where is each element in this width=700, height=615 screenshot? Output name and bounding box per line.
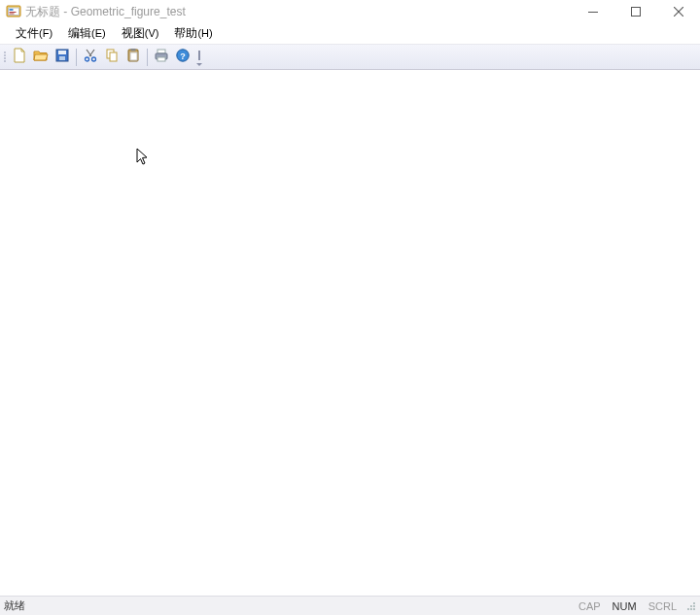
svg-point-27 (693, 608, 695, 610)
menu-file-accel: (F) (39, 27, 52, 39)
svg-rect-3 (10, 12, 17, 13)
svg-point-7 (4, 51, 6, 53)
menu-help[interactable]: 帮助(H) (166, 23, 220, 44)
svg-rect-6 (632, 8, 641, 17)
app-window: 无标题 - Geometric_figure_test 文件(F) 编辑(E) … (0, 0, 700, 615)
svg-rect-2 (10, 9, 14, 11)
maximize-button[interactable] (614, 0, 657, 23)
new-file-button[interactable] (9, 47, 30, 68)
status-num: NUM (607, 600, 643, 612)
menu-help-label: 帮助 (174, 26, 197, 40)
toolbar-separator (76, 49, 77, 66)
toolbar-separator (147, 49, 148, 66)
svg-rect-20 (130, 52, 137, 60)
window-title: 无标题 - Geometric_figure_test (25, 4, 186, 20)
svg-point-15 (92, 57, 96, 61)
print-icon (154, 48, 169, 66)
toolbar: ? (0, 45, 700, 70)
menu-edit[interactable]: 编辑(E) (60, 23, 114, 44)
menubar: 文件(F) 编辑(E) 视图(V) 帮助(H) (0, 23, 700, 45)
svg-rect-4 (10, 14, 15, 15)
menu-edit-label: 编辑 (68, 26, 91, 40)
cut-button[interactable] (80, 47, 101, 68)
status-scrl: SCRL (643, 600, 682, 612)
save-file-button[interactable] (52, 47, 73, 68)
svg-point-10 (4, 60, 6, 62)
titlebar: 无标题 - Geometric_figure_test (0, 0, 700, 23)
resize-grip-icon[interactable] (682, 599, 696, 613)
menu-view[interactable]: 视图(V) (114, 23, 167, 44)
toolbar-grip-icon (2, 48, 8, 67)
svg-rect-19 (131, 49, 136, 51)
open-folder-icon (33, 48, 49, 66)
svg-rect-12 (58, 51, 66, 54)
document-canvas[interactable] (0, 70, 700, 596)
svg-point-30 (693, 605, 695, 607)
svg-rect-17 (110, 52, 117, 61)
print-button[interactable] (151, 47, 172, 68)
svg-text:?: ? (180, 51, 186, 61)
menu-file-label: 文件 (16, 26, 39, 40)
svg-rect-21 (158, 50, 165, 53)
svg-point-28 (690, 608, 692, 610)
statusbar: 就绪 CAP NUM SCRL (0, 596, 700, 615)
new-file-icon (12, 48, 27, 66)
svg-point-32 (693, 602, 695, 604)
svg-point-8 (4, 54, 6, 56)
svg-rect-13 (59, 56, 65, 60)
open-file-button[interactable] (30, 47, 52, 68)
menu-help-accel: (H) (197, 27, 212, 39)
svg-point-14 (86, 57, 89, 61)
minimize-button[interactable] (572, 0, 614, 23)
svg-point-31 (690, 605, 692, 607)
svg-point-29 (687, 608, 689, 610)
svg-rect-5 (588, 12, 598, 13)
status-ready: 就绪 (4, 598, 25, 613)
save-floppy-icon (54, 48, 70, 66)
menu-file[interactable]: 文件(F) (8, 23, 60, 44)
copy-button[interactable] (101, 47, 122, 68)
status-cap: CAP (573, 600, 607, 612)
paste-clipboard-icon (125, 48, 141, 66)
menu-view-label: 视图 (122, 26, 145, 40)
close-button[interactable] (657, 0, 700, 23)
svg-rect-26 (198, 51, 200, 60)
menu-edit-accel: (E) (91, 27, 106, 39)
cut-scissors-icon (83, 48, 98, 66)
copy-icon (104, 48, 120, 66)
app-icon (6, 4, 21, 19)
svg-rect-23 (158, 57, 165, 61)
mouse-cursor-icon (136, 148, 150, 167)
menu-view-accel: (V) (145, 27, 159, 39)
help-question-icon: ? (175, 48, 191, 66)
svg-point-9 (4, 57, 6, 59)
paste-button[interactable] (122, 47, 144, 68)
toolbar-overflow-icon[interactable] (196, 47, 202, 68)
help-about-button[interactable]: ? (172, 47, 193, 68)
